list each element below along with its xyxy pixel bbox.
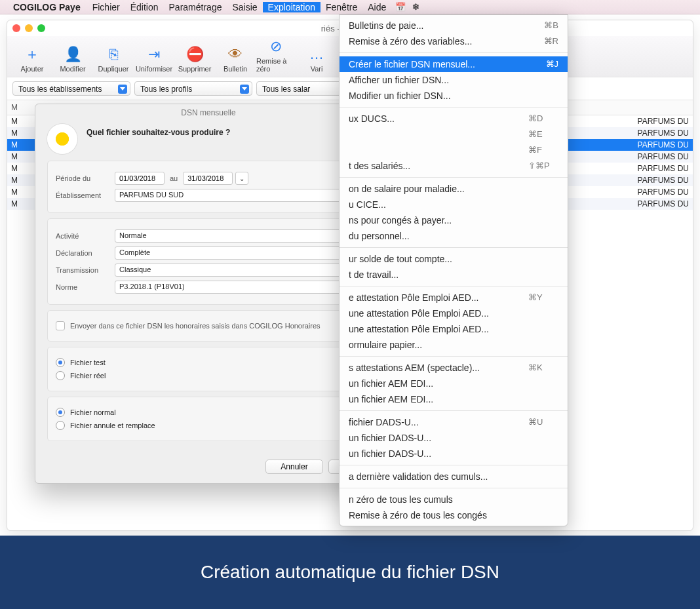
- menu-item[interactable]: Créer le fichier DSN mensuel...⌘J: [340, 56, 568, 72]
- radio-reel[interactable]: [56, 371, 65, 380]
- menu-item[interactable]: ux DUCS...⌘D: [340, 111, 568, 127]
- menu-item[interactable]: un fichier AEM EDI...: [340, 391, 568, 407]
- toolbar-remise-à-zéro[interactable]: ⊘Remise à zéro: [256, 37, 296, 73]
- radio-normal[interactable]: [56, 408, 65, 417]
- menu-item[interactable]: un fichier DADS-U...: [340, 446, 568, 462]
- menu-separator: [340, 286, 568, 286]
- uniformiser-icon: ⇥: [145, 45, 163, 64]
- label-test: Fichier test: [70, 359, 106, 366]
- label-norme: Norme: [56, 283, 115, 291]
- label-activite: Activité: [56, 232, 115, 240]
- menu-item[interactable]: on de salaire pour maladie...: [340, 181, 568, 197]
- close-icon[interactable]: [12, 24, 20, 32]
- date-from-input[interactable]: [115, 172, 165, 185]
- calendar-icon[interactable]: 📅: [395, 2, 406, 12]
- toolbar-dupliquer[interactable]: ⎘Dupliquer: [94, 45, 133, 73]
- label-reel: Fichier réel: [70, 372, 106, 380]
- supprimer-icon: ⛔: [185, 45, 204, 64]
- modifier-icon: 👤: [64, 45, 82, 64]
- menu-item[interactable]: Modifier un fichier DSN...: [340, 88, 568, 104]
- flower-icon: [47, 124, 77, 154]
- snowflake-icon[interactable]: ❄︎: [412, 2, 419, 12]
- file-mode-section: Fichier normal Fichier annule et remplac…: [47, 397, 370, 441]
- menu-paramétrage[interactable]: Paramétrage: [164, 2, 227, 12]
- modal-question: Quel fichier souhaitez-vous produire ?: [87, 128, 230, 137]
- menu-item[interactable]: t des salariés...⇧⌘P: [340, 158, 568, 174]
- activite-select[interactable]: Normale: [115, 229, 361, 243]
- minimize-icon[interactable]: [25, 24, 33, 32]
- toolbar-modifier[interactable]: 👤Modifier: [53, 45, 92, 73]
- period-section: Période du au ⌄ Établissement PARFUMS DU…: [47, 161, 370, 213]
- declaration-select[interactable]: Complète: [115, 246, 361, 260]
- toolbar-supprimer[interactable]: ⛔Supprimer: [175, 45, 214, 73]
- menu-saisie[interactable]: Saisie: [227, 2, 262, 12]
- menu-item[interactable]: ⌘E: [340, 127, 568, 142]
- remise à zéro-icon: ⊘: [267, 37, 285, 56]
- label-transmission: Transmission: [56, 266, 115, 274]
- cancel-button[interactable]: Annuler: [265, 460, 322, 474]
- menu-item[interactable]: Afficher un fichier DSN...: [340, 72, 568, 88]
- norme-select[interactable]: P3.2018.1 (P18V01): [115, 281, 361, 294]
- menu-item[interactable]: n zéro de tous les cumuls: [340, 492, 568, 507]
- menu-item[interactable]: e attestation Pôle Emploi AED...⌘Y: [340, 290, 568, 305]
- toolbar-bulletin[interactable]: 👁Bulletin: [216, 45, 255, 73]
- date-to-input[interactable]: [183, 172, 233, 185]
- toolbar-uniformiser[interactable]: ⇥Uniformiser: [134, 45, 174, 73]
- menu-aide[interactable]: Aide: [362, 2, 391, 12]
- filter-etablissements[interactable]: Tous les établissements: [12, 81, 130, 96]
- slide-caption: Création automatique du fichier DSN: [0, 536, 700, 609]
- menu-item[interactable]: t de travail...: [340, 267, 568, 283]
- menu-item[interactable]: ⌘F: [340, 142, 568, 158]
- menu-item[interactable]: ormulaire papier...: [340, 337, 568, 353]
- app-name[interactable]: COGILOG Paye: [13, 2, 87, 12]
- transmission-select[interactable]: Classique: [115, 264, 361, 277]
- menu-exploitation[interactable]: Exploitation: [263, 2, 321, 12]
- zoom-icon[interactable]: [37, 24, 45, 32]
- honoraires-checkbox[interactable]: [56, 321, 65, 330]
- label-annule: Fichier annule et remplace: [70, 422, 155, 429]
- menu-fichier[interactable]: Fichier: [87, 2, 125, 12]
- modal-title: DSN mensuelle: [35, 104, 381, 121]
- menu-separator: [340, 107, 568, 108]
- toolbar-vari[interactable]: …Vari: [297, 45, 336, 73]
- declaration-section: Activité Normale Déclaration Complète Tr…: [47, 218, 370, 305]
- menu-item[interactable]: un fichier DADS-U...: [340, 430, 568, 446]
- grid-header-col1[interactable]: M: [7, 100, 33, 115]
- radio-test[interactable]: [56, 358, 65, 367]
- menu-separator: [340, 247, 568, 248]
- menu-item[interactable]: ur solde de tout compte...: [340, 251, 568, 267]
- label-au: au: [170, 174, 178, 182]
- exploitation-menu: Bulletins de paie...⌘BRemise à zéro des …: [339, 14, 568, 526]
- menu-item[interactable]: du personnel...: [340, 228, 568, 244]
- menu-separator: [340, 410, 568, 411]
- menu-édition[interactable]: Édition: [125, 2, 164, 12]
- etablissement-select[interactable]: PARFUMS DU SUD: [115, 189, 361, 202]
- menu-separator: [340, 465, 568, 465]
- menu-item[interactable]: u CICE...: [340, 197, 568, 212]
- label-declaration: Déclaration: [56, 249, 115, 257]
- toolbar-ajouter[interactable]: ＋Ajouter: [12, 45, 52, 73]
- menu-item[interactable]: Remise à zéro des variables...⌘R: [340, 33, 568, 49]
- menu-item[interactable]: fichier DADS-U...⌘U: [340, 414, 568, 430]
- menu-item[interactable]: Remise à zéro de tous les congés: [340, 507, 568, 523]
- menu-item[interactable]: une attestation Pôle Emploi AED...: [340, 321, 568, 337]
- menu-separator: [340, 52, 568, 53]
- menu-separator: [340, 488, 568, 488]
- menu-item[interactable]: a dernière validation des cumuls...: [340, 469, 568, 484]
- radio-annule[interactable]: [56, 421, 65, 430]
- date-stepper-button[interactable]: ⌄: [235, 172, 248, 185]
- menu-item[interactable]: ns pour congés à payer...: [340, 212, 568, 228]
- file-type-section: Fichier test Fichier réel: [47, 347, 370, 391]
- menu-fenêtre[interactable]: Fenêtre: [321, 2, 362, 12]
- bulletin-icon: 👁: [226, 45, 244, 64]
- ajouter-icon: ＋: [23, 45, 41, 64]
- label-honoraires: Envoyer dans ce fichier DSN les honorair…: [70, 322, 321, 330]
- filter-profils[interactable]: Tous les profils: [134, 81, 252, 96]
- menu-item[interactable]: une attestation Pôle Emploi AED...: [340, 305, 568, 321]
- dsn-modal: DSN mensuelle Quel fichier souhaitez-vou…: [35, 104, 382, 484]
- menu-item[interactable]: Bulletins de paie...⌘B: [340, 18, 568, 33]
- menu-item[interactable]: un fichier AEM EDI...: [340, 376, 568, 391]
- vari-icon: …: [307, 45, 326, 64]
- mac-menubar: COGILOG Paye FichierÉditionParamétrageSa…: [0, 0, 700, 14]
- menu-item[interactable]: s attestations AEM (spectacle)...⌘K: [340, 360, 568, 376]
